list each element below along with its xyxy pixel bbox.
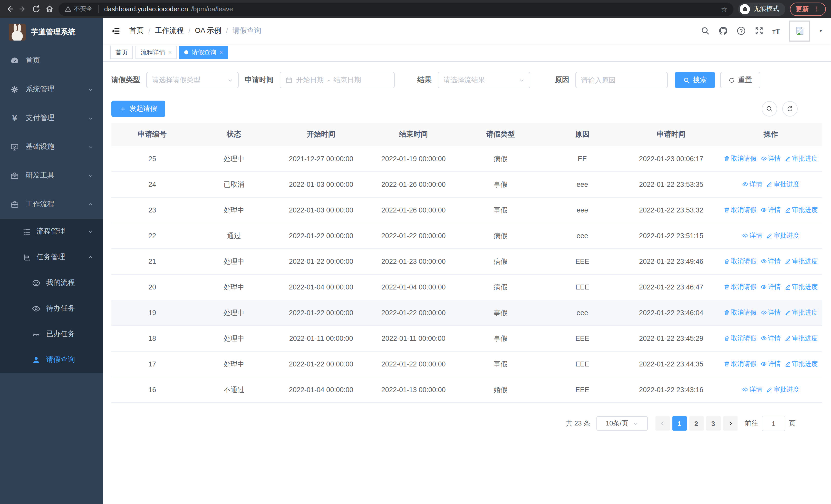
detail-link[interactable]: 详情 xyxy=(761,360,781,368)
cell-reason: EE xyxy=(542,146,623,172)
detail-link[interactable]: 详情 xyxy=(761,334,781,343)
leave-type-select[interactable]: 请选择请假类型 xyxy=(146,72,239,88)
cell-actions: 取消请假详情审批进度 xyxy=(719,197,822,223)
reset-button[interactable]: 重置 xyxy=(720,72,760,88)
detail-link[interactable]: 详情 xyxy=(761,283,781,292)
browser-menu-dots-icon[interactable] xyxy=(813,6,820,12)
font-size-icon[interactable]: TT xyxy=(773,27,780,35)
detail-link[interactable]: 详情 xyxy=(761,154,781,163)
tab-home[interactable]: 首页 xyxy=(110,46,133,59)
cell-end-time: 2022-01-11 00:00:00 xyxy=(367,326,460,351)
prev-page-button[interactable] xyxy=(655,416,669,431)
table-row: 23处理中2022-01-03 00:00:002022-01-26 00:00… xyxy=(111,197,822,223)
create-leave-button[interactable]: 发起请假 xyxy=(111,100,165,117)
table-row: 19处理中2022-01-22 00:00:002022-01-22 00:00… xyxy=(111,300,822,326)
eye-icon xyxy=(761,156,767,162)
reason-input[interactable] xyxy=(576,72,667,88)
breadcrumb-oa-example[interactable]: OA 示例 xyxy=(195,26,222,35)
tab-process-detail[interactable]: 流程详情 × xyxy=(136,46,177,59)
detail-link[interactable]: 详情 xyxy=(742,180,762,189)
trash-icon xyxy=(724,284,730,290)
cell-start-time: 2022-01-11 00:00:00 xyxy=(275,326,367,351)
update-button[interactable]: 更新 xyxy=(790,2,826,16)
col-applied: 申请时间 xyxy=(623,123,719,146)
cell-apply-time: 2022-01-22 23:43:16 xyxy=(623,377,719,403)
page-button-2[interactable]: 2 xyxy=(689,416,704,431)
approval-progress-link[interactable]: 审批进度 xyxy=(785,257,818,266)
next-page-button[interactable] xyxy=(723,416,737,431)
help-icon[interactable] xyxy=(737,26,746,35)
sidebar-item-infrastructure[interactable]: 基础设施 xyxy=(0,132,103,161)
approval-progress-link[interactable]: 审批进度 xyxy=(766,385,799,394)
approval-progress-link[interactable]: 审批进度 xyxy=(785,308,818,317)
approval-progress-link[interactable]: 审批进度 xyxy=(766,232,799,240)
table-row: 25处理中2021-12-27 00:00:002022-01-19 00:00… xyxy=(111,146,822,172)
cell-start-time: 2022-01-04 00:00:00 xyxy=(275,274,367,300)
browser-home-icon[interactable] xyxy=(45,5,54,13)
sidebar-item-payment[interactable]: ¥ 支付管理 xyxy=(0,104,103,132)
cancel-leave-link[interactable]: 取消请假 xyxy=(724,334,756,343)
sidebar-item-devtools[interactable]: 研发工具 xyxy=(0,161,103,190)
approval-progress-link[interactable]: 审批进度 xyxy=(766,180,799,189)
avatar[interactable] xyxy=(789,20,810,41)
github-icon[interactable] xyxy=(719,26,728,35)
breadcrumb-workflow[interactable]: 工作流程 xyxy=(155,26,184,35)
cancel-leave-link[interactable]: 取消请假 xyxy=(724,257,756,266)
cancel-leave-link[interactable]: 取消请假 xyxy=(724,154,756,163)
sidebar-item-workflow[interactable]: 工作流程 xyxy=(0,190,103,219)
close-icon[interactable]: × xyxy=(220,50,223,55)
sidebar-item-leave-query[interactable]: 请假查询 xyxy=(0,347,103,373)
fullscreen-icon[interactable] xyxy=(754,26,764,35)
apply-time-range-picker[interactable]: 开始日期 - 结束日期 xyxy=(280,72,395,88)
breadcrumb-home[interactable]: 首页 xyxy=(130,26,144,35)
refresh-table-button[interactable] xyxy=(782,101,798,117)
detail-link[interactable]: 详情 xyxy=(742,232,762,240)
browser-back-icon[interactable] xyxy=(5,5,14,13)
sidebar-fold-icon[interactable] xyxy=(111,26,121,36)
security-chip[interactable]: 不安全 xyxy=(65,5,92,13)
cell-leave-type: 事假 xyxy=(460,351,542,377)
bookmark-star-icon[interactable]: ☆ xyxy=(721,5,727,12)
approval-progress-link[interactable]: 审批进度 xyxy=(785,334,818,343)
sidebar-item-home[interactable]: 首页 xyxy=(0,46,103,75)
detail-link[interactable]: 详情 xyxy=(761,257,781,266)
cancel-leave-link[interactable]: 取消请假 xyxy=(724,206,756,214)
detail-link[interactable]: 详情 xyxy=(761,308,781,317)
approval-progress-link[interactable]: 审批进度 xyxy=(785,154,818,163)
cell-id: 20 xyxy=(111,274,193,300)
approval-progress-link[interactable]: 审批进度 xyxy=(785,206,818,214)
toggle-search-button[interactable] xyxy=(762,101,777,117)
sidebar-item-system[interactable]: 系统管理 xyxy=(0,75,103,104)
refresh-icon xyxy=(786,105,794,112)
sidebar-item-todo-tasks[interactable]: 待办任务 xyxy=(0,296,103,321)
url-bar[interactable]: 不安全 dashboard.yudao.iocoder.cn/bpm/oa/le… xyxy=(58,2,734,16)
cell-status: 处理中 xyxy=(193,249,275,274)
page-size-select[interactable]: 10条/页 xyxy=(596,416,648,431)
cancel-leave-link[interactable]: 取消请假 xyxy=(724,283,756,292)
detail-link[interactable]: 详情 xyxy=(742,385,762,394)
sidebar-item-my-process[interactable]: 我的流程 xyxy=(0,270,103,296)
gear-icon xyxy=(10,85,19,94)
sidebar-item-done-tasks[interactable]: 已办任务 xyxy=(0,321,103,347)
page-button-1[interactable]: 1 xyxy=(672,416,687,431)
close-icon[interactable]: × xyxy=(168,50,172,55)
search-button[interactable]: 搜索 xyxy=(675,72,715,88)
cell-status: 处理中 xyxy=(193,351,275,377)
sidebar-item-process-mgmt[interactable]: 流程管理 xyxy=(0,219,103,244)
cancel-leave-link[interactable]: 取消请假 xyxy=(724,360,756,368)
browser-reload-icon[interactable] xyxy=(32,5,40,13)
cancel-leave-link[interactable]: 取消请假 xyxy=(724,308,756,317)
sidebar-item-task-mgmt[interactable]: 任务管理 xyxy=(0,244,103,270)
page-button-3[interactable]: 3 xyxy=(706,416,720,431)
search-icon[interactable] xyxy=(700,26,710,35)
goto-page-input[interactable] xyxy=(762,416,785,431)
browser-forward-icon[interactable] xyxy=(19,5,27,13)
avatar-caret-icon[interactable]: ▼ xyxy=(819,28,823,33)
detail-link[interactable]: 详情 xyxy=(761,206,781,214)
tab-leave-query[interactable]: 请假查询 × xyxy=(179,46,228,59)
eye-icon xyxy=(761,207,767,213)
result-select[interactable]: 请选择流结果 xyxy=(438,72,530,88)
approval-progress-link[interactable]: 审批进度 xyxy=(785,283,818,292)
briefcase-icon xyxy=(10,171,19,180)
approval-progress-link[interactable]: 审批进度 xyxy=(785,360,818,368)
